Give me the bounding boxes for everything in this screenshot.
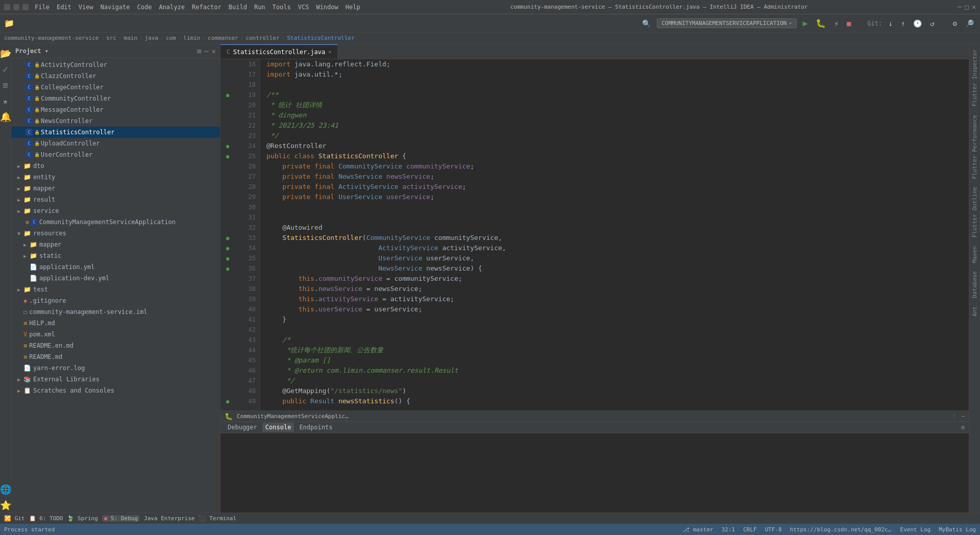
status-branch[interactable]: ⎇ master [683, 526, 713, 533]
debug-toolbar-icon[interactable]: ⚙ [961, 424, 965, 431]
status-url[interactable]: https://blog.csdn.net/qq_002c... [790, 526, 892, 533]
ant-label[interactable]: Ant [970, 303, 979, 320]
menu-analyze[interactable]: Analyze [159, 4, 185, 11]
flutter-outline-label[interactable]: Flutter Outline [970, 184, 979, 240]
tree-item-resources[interactable]: ▼ 📁 resources [11, 228, 220, 239]
vcs-update-button[interactable]: ↓ [886, 18, 894, 29]
tree-item-ext-libs[interactable]: ▶ 📚 External Libraries [11, 374, 220, 385]
sidebar-expand-icon[interactable]: ⊞ [197, 47, 201, 55]
event-log-link[interactable]: Event Log [900, 526, 931, 533]
database-label[interactable]: Database [970, 268, 979, 301]
search-everywhere-icon[interactable]: 🔍 [640, 18, 653, 29]
flutter-performance-label[interactable]: Flutter Performance [970, 112, 979, 182]
terminal-tab[interactable]: ⬛ Terminal [199, 515, 236, 522]
sidebar-settings-icon[interactable]: ⋯ [204, 47, 208, 55]
tree-item-community[interactable]: C 🔒 CommunityController [11, 93, 220, 104]
tree-item-iml[interactable]: ◻ community-management-service.iml [11, 306, 220, 318]
tree-item-mapper[interactable]: ▶ 📁 mapper [11, 183, 220, 194]
maximize-button[interactable] [13, 4, 19, 10]
close-button[interactable] [22, 4, 29, 10]
sidebar-close-icon[interactable]: ✕ [212, 47, 216, 55]
vcs-push-button[interactable]: ↑ [899, 18, 907, 29]
tree-item-readme-en[interactable]: ≡ README.en.md [11, 340, 220, 351]
tree-item-help[interactable]: ≡ HELP.md [11, 318, 220, 329]
debug-minimize-icon[interactable]: ─ [961, 413, 965, 420]
menu-help[interactable]: Help [346, 4, 360, 11]
tree-item-pom[interactable]: V pom.xml [11, 329, 220, 340]
tab-endpoints[interactable]: Endpoints [296, 423, 335, 432]
tree-item-app-dev-yml[interactable]: 📄 application-dev.yml [11, 273, 220, 284]
tree-item-message[interactable]: C 🔒 MessageController [11, 104, 220, 115]
status-encoding[interactable]: UTF-8 [765, 526, 781, 533]
tab-statistics-controller[interactable]: C StatisticsController.java ✕ [220, 44, 338, 59]
menu-build[interactable]: Build [229, 4, 247, 11]
run-button[interactable]: ▶ [801, 17, 810, 29]
project-panel-icon[interactable]: 📂 [0, 46, 11, 61]
menu-navigate[interactable]: Navigate [101, 4, 130, 11]
notifications-icon[interactable]: 🔔 [0, 109, 11, 124]
debug-tab-bottom[interactable]: ● 5: Debug [102, 515, 140, 522]
debug-button[interactable]: 🐛 [814, 17, 828, 29]
structure-icon[interactable]: ≡ [3, 78, 8, 92]
coverage-button[interactable]: ⚡ [832, 18, 840, 29]
status-line-ending[interactable]: CRLF [743, 526, 757, 533]
tree-item-service[interactable]: ▶ 📁 service [11, 205, 220, 216]
menu-run[interactable]: Run [254, 4, 265, 11]
bookmarks-icon[interactable]: ★ [3, 93, 8, 108]
spring-tab[interactable]: 🍃 Spring [67, 515, 97, 522]
flutter-inspector-label[interactable]: Flutter Inspector [970, 46, 979, 110]
run-config-dropdown-icon[interactable]: ▾ [789, 20, 792, 27]
tree-item-entity[interactable]: ▶ 📁 entity [11, 172, 220, 183]
breadcrumb-main[interactable]: main [124, 35, 138, 41]
minimize-button[interactable] [4, 4, 10, 10]
tab-close-button[interactable]: ✕ [328, 49, 331, 55]
tree-item-upload[interactable]: C 🔒 UploadController [11, 138, 220, 149]
tree-item-result[interactable]: ▶ 📁 result [11, 194, 220, 205]
restore-icon[interactable]: □ [965, 3, 969, 11]
tab-debugger[interactable]: Debugger [225, 423, 260, 432]
breadcrumb-controller[interactable]: controller [246, 35, 279, 41]
java-enterprise-tab[interactable]: Java Enterprise [144, 515, 194, 522]
breadcrumb-com[interactable]: com [166, 35, 176, 41]
maven-label[interactable]: Maven [970, 243, 979, 266]
tree-item-mapper-res[interactable]: ▶ 📁 mapper [11, 239, 220, 250]
status-position[interactable]: 32:1 [721, 526, 735, 533]
menu-code[interactable]: Code [137, 4, 152, 11]
tab-console[interactable]: Console [262, 423, 295, 432]
menu-window[interactable]: Window [316, 4, 338, 11]
menu-view[interactable]: View [79, 4, 93, 11]
code-content[interactable]: import java.lang.reflect.Field; import j… [260, 59, 969, 410]
tree-item-gitignore[interactable]: ◆ .gitignore [11, 295, 220, 306]
close-icon[interactable]: ✕ [972, 3, 976, 11]
menu-vcs[interactable]: VCS [298, 4, 309, 11]
commit-icon[interactable]: ✓ [3, 62, 8, 77]
menu-file[interactable]: File [35, 4, 50, 11]
menu-tools[interactable]: Tools [273, 4, 291, 11]
minimize-icon[interactable]: ─ [958, 3, 962, 11]
menu-refactor[interactable]: Refactor [192, 4, 222, 11]
breadcrumb-file[interactable]: StatisticsController [287, 35, 354, 41]
tree-item-readme[interactable]: ≡ README.md [11, 351, 220, 362]
menu-edit[interactable]: Edit [57, 4, 71, 11]
tree-item-scratches[interactable]: ▶ 📋 Scratches and Consoles [11, 385, 220, 396]
git-status[interactable]: 🔀 Git [4, 515, 25, 522]
breadcrumb-project[interactable]: community-management-service [4, 35, 99, 41]
tree-item-test[interactable]: ▶ 📁 test [11, 284, 220, 295]
breadcrumb-commanser[interactable]: commanser [208, 35, 238, 41]
tree-item-static[interactable]: ▶ 📁 static [11, 250, 220, 261]
tree-item-user[interactable]: C 🔒 UserController [11, 149, 220, 160]
tree-item-clazz[interactable]: C 🔒 ClazzController [11, 70, 220, 82]
stop-button[interactable]: ■ [845, 18, 853, 29]
web-icon[interactable]: 🌐 [0, 482, 11, 497]
tree-item-dto[interactable]: ▶ 📁 dto [11, 160, 220, 172]
favorites-icon[interactable]: ⭐ [0, 498, 11, 513]
breadcrumb-java[interactable]: java [145, 35, 159, 41]
breadcrumb-limin[interactable]: limin [183, 35, 200, 41]
tree-item-activity[interactable]: C 🔒 ActivityController [11, 59, 220, 70]
tree-item-news[interactable]: C 🔒 NewsController [11, 115, 220, 127]
tree-item-statistics[interactable]: C 🔒 StatisticsController [11, 127, 220, 138]
window-controls[interactable] [4, 4, 29, 10]
tree-item-app-yml[interactable]: 📄 application.yml [11, 261, 220, 273]
vcs-revert-button[interactable]: ↺ [928, 18, 936, 29]
mybatis-log-link[interactable]: MyBatis Log [939, 526, 976, 533]
